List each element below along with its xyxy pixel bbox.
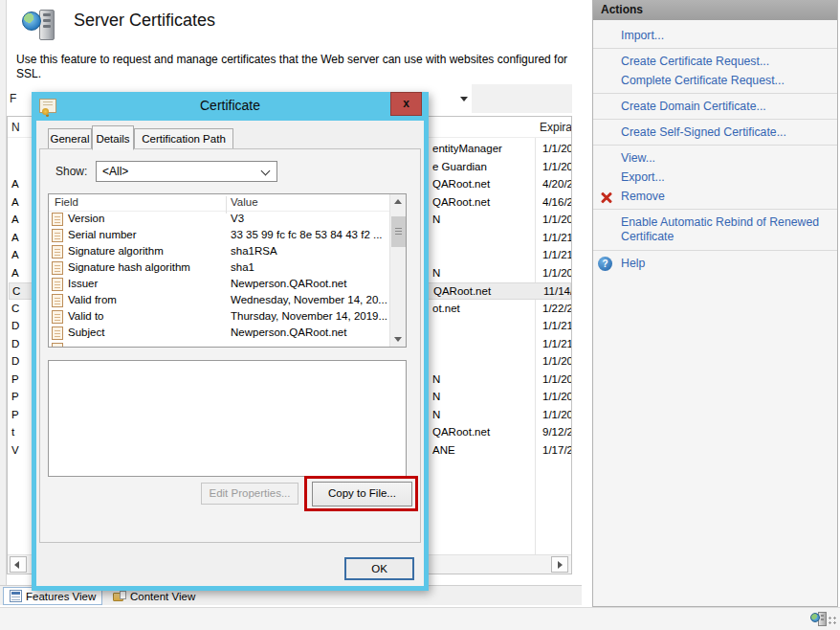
fields-table-header: Field Value bbox=[49, 194, 389, 212]
content-view-label: Content View bbox=[130, 591, 195, 602]
iis-manager-window: Server Certificates Use this feature to … bbox=[0, 0, 840, 630]
actions-panel: Actions Import... Create Certificate Req… bbox=[592, 0, 838, 607]
filter-label-fragment: F bbox=[10, 92, 16, 105]
filter-dropdown-icon[interactable] bbox=[460, 97, 468, 101]
chevron-down-icon bbox=[261, 167, 271, 176]
feature-page-header: Server Certificates Use this feature to … bbox=[7, 0, 572, 84]
dialog-title: Certificate bbox=[32, 98, 429, 113]
scroll-down-button[interactable] bbox=[390, 332, 407, 347]
server-certificates-icon bbox=[20, 8, 60, 46]
field-row[interactable]: Serial number33 35 99 fc fc 8e 53 84 43 … bbox=[49, 228, 389, 244]
field-row[interactable]: Valid toThursday, November 14, 2019... bbox=[49, 309, 389, 326]
field-value-preview-box[interactable] bbox=[48, 360, 407, 477]
actions-panel-header: Actions bbox=[593, 0, 837, 20]
field-icon bbox=[52, 213, 63, 226]
action-view[interactable]: View... bbox=[593, 148, 832, 168]
copy-to-file-button[interactable]: Copy to File... bbox=[312, 482, 412, 506]
close-button[interactable]: x bbox=[390, 92, 422, 116]
action-create-certificate-request[interactable]: Create Certificate Request... bbox=[593, 52, 832, 71]
field-row[interactable]: IssuerNewperson.QARoot.net bbox=[49, 277, 389, 293]
dialog-body: General Details Certification Path Show:… bbox=[36, 121, 424, 586]
remove-x-icon bbox=[600, 191, 612, 204]
divider bbox=[593, 119, 837, 120]
show-dropdown-value: <All> bbox=[102, 165, 128, 178]
field-icon bbox=[52, 278, 63, 291]
action-remove[interactable]: Remove bbox=[593, 187, 832, 206]
expiration-column-header[interactable]: Expirat bbox=[540, 121, 572, 134]
dialog-title-bar[interactable]: Certificate x bbox=[32, 92, 429, 121]
divider bbox=[593, 209, 837, 210]
pane-splitter[interactable] bbox=[0, 0, 7, 605]
field-icon bbox=[52, 245, 63, 259]
features-view-icon bbox=[10, 590, 22, 602]
resize-grip-icon[interactable] bbox=[828, 616, 837, 625]
field-row-partial bbox=[49, 342, 389, 348]
tab-certification-path[interactable]: Certification Path bbox=[134, 128, 233, 149]
action-import[interactable]: Import... bbox=[593, 26, 832, 45]
page-description: Use this feature to request and manage c… bbox=[16, 53, 577, 81]
page-title: Server Certificates bbox=[74, 11, 215, 31]
action-remove-label: Remove bbox=[621, 190, 665, 203]
certificate-fields-table: Field Value VersionV3 Serial number33 35… bbox=[48, 193, 407, 348]
field-icon bbox=[52, 261, 63, 275]
edit-properties-button[interactable]: Edit Properties... bbox=[201, 483, 298, 505]
show-label: Show: bbox=[55, 165, 87, 178]
scroll-left-button[interactable] bbox=[10, 556, 27, 573]
field-icon bbox=[52, 310, 63, 324]
field-row[interactable]: Signature hash algorithmsha1 bbox=[49, 260, 389, 277]
field-row[interactable]: VersionV3 bbox=[49, 212, 389, 228]
scrollbar-thumb[interactable] bbox=[391, 216, 406, 247]
globe-icon bbox=[22, 11, 41, 31]
content-view-icon bbox=[113, 591, 126, 601]
vertical-scrollbar[interactable] bbox=[389, 194, 406, 347]
field-icon bbox=[52, 326, 63, 340]
action-enable-automatic-rebind[interactable]: Enable Automatic Rebind of Renewed Certi… bbox=[593, 213, 828, 247]
value-column-header[interactable]: Value bbox=[231, 196, 258, 208]
status-bar bbox=[0, 607, 840, 630]
divider bbox=[593, 93, 837, 94]
field-icon bbox=[52, 294, 63, 307]
scroll-up-button[interactable] bbox=[390, 194, 407, 209]
action-help-label: Help bbox=[621, 257, 645, 270]
divider bbox=[593, 145, 837, 146]
tab-general[interactable]: General bbox=[48, 128, 92, 149]
ok-button[interactable]: OK bbox=[344, 557, 414, 580]
field-icon bbox=[52, 343, 63, 348]
action-create-domain-certificate[interactable]: Create Domain Certificate... bbox=[593, 97, 832, 116]
field-row[interactable]: SubjectNewperson.QARoot.net bbox=[49, 326, 389, 342]
tab-details[interactable]: Details bbox=[92, 125, 134, 150]
divider bbox=[593, 250, 837, 251]
toolbar-gray-area bbox=[472, 84, 572, 113]
action-create-self-signed-certificate[interactable]: Create Self-Signed Certificate... bbox=[593, 123, 832, 142]
help-question-icon: ? bbox=[598, 257, 612, 271]
action-help[interactable]: ?Help bbox=[593, 254, 832, 273]
server-tower-icon bbox=[39, 10, 55, 40]
features-view-label: Features View bbox=[26, 591, 96, 602]
name-column-header[interactable]: N bbox=[11, 121, 20, 134]
divider bbox=[593, 48, 837, 49]
action-export[interactable]: Export... bbox=[593, 168, 832, 187]
field-row[interactable]: Signature algorithmsha1RSA bbox=[49, 244, 389, 260]
field-icon bbox=[52, 229, 63, 242]
field-row[interactable]: Valid fromWednesday, November 14, 20... bbox=[49, 293, 389, 309]
field-column-header[interactable]: Field bbox=[55, 196, 78, 208]
scroll-right-button[interactable] bbox=[551, 556, 568, 573]
certificate-dialog: Certificate x General Details Certificat… bbox=[32, 92, 429, 591]
show-dropdown[interactable]: <All> bbox=[96, 161, 277, 182]
action-complete-certificate-request[interactable]: Complete Certificate Request... bbox=[593, 71, 832, 90]
